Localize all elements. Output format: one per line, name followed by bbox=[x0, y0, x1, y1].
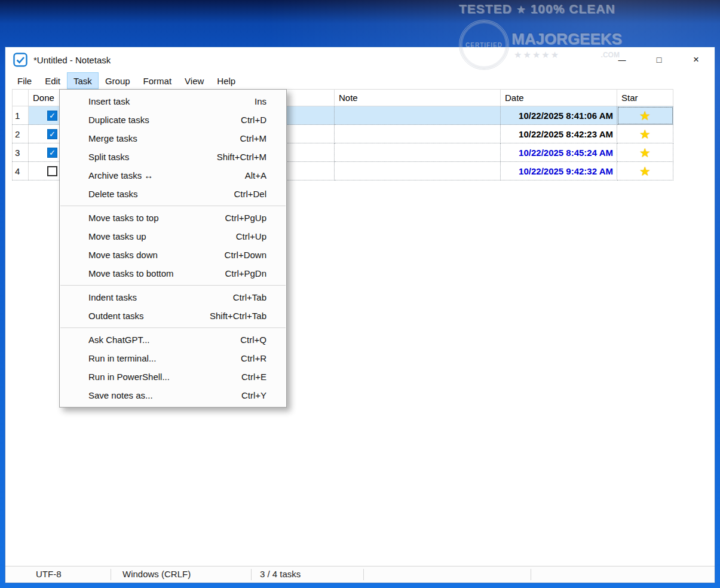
menu-item-delete-tasks[interactable]: Delete tasksCtrl+Del bbox=[60, 185, 286, 203]
menu-item-shortcut: Ctrl+Tab bbox=[233, 292, 266, 302]
row-number: 1 bbox=[12, 106, 29, 125]
maximize-button[interactable]: □ bbox=[641, 47, 678, 72]
menubar-item-help[interactable]: Help bbox=[210, 72, 242, 89]
check-icon: ✓ bbox=[49, 112, 56, 120]
checkbox-checked[interactable]: ✓ bbox=[47, 148, 57, 158]
note-cell[interactable] bbox=[335, 162, 501, 180]
note-cell[interactable] bbox=[335, 125, 501, 143]
star-cell[interactable]: ★ bbox=[617, 125, 673, 143]
menubar-item-file[interactable]: File bbox=[11, 72, 38, 89]
checkbox-unchecked[interactable] bbox=[47, 166, 57, 176]
menu-item-save-notes-as[interactable]: Save notes as...Ctrl+Y bbox=[60, 386, 286, 405]
menu-item-shortcut: Ctrl+Del bbox=[234, 189, 266, 199]
menu-item-shortcut: Ctrl+Y bbox=[241, 390, 266, 400]
menu-item-shortcut: Ctrl+Q bbox=[240, 335, 266, 345]
note-cell[interactable] bbox=[335, 143, 501, 162]
note-cell[interactable] bbox=[335, 106, 501, 125]
window-title: *Untitled - Notetask bbox=[33, 55, 111, 65]
menubar-item-format[interactable]: Format bbox=[137, 72, 179, 89]
watermark-tested-line: TESTED ★ 100% CLEAN bbox=[459, 2, 614, 16]
menu-item-outdent-tasks[interactable]: Outdent tasksShift+Ctrl+Tab bbox=[60, 307, 286, 325]
menu-item-shortcut: Alt+A bbox=[245, 170, 266, 180]
menu-separator bbox=[60, 206, 286, 206]
menu-item-label: Move tasks up bbox=[88, 231, 146, 241]
menu-item-shortcut: Ctrl+E bbox=[241, 372, 266, 382]
menubar-item-group[interactable]: Group bbox=[99, 72, 137, 89]
statusbar: UTF-8 Windows (CRLF) 3 / 4 tasks bbox=[5, 566, 715, 583]
menu-item-label: Run in PowerShell... bbox=[88, 372, 170, 382]
date-cell[interactable]: 10/22/2025 9:42:32 AM bbox=[501, 162, 617, 180]
menu-item-label: Move tasks to top bbox=[88, 213, 159, 223]
menu-item-move-tasks-to-top[interactable]: Move tasks to topCtrl+PgUp bbox=[60, 209, 286, 227]
row-number: 2 bbox=[12, 125, 29, 143]
menu-item-shortcut: Ctrl+R bbox=[241, 353, 266, 363]
menubar-item-edit[interactable]: Edit bbox=[38, 72, 67, 89]
notetask-window: *Untitled - Notetask — □ × File Edit Tas… bbox=[5, 47, 715, 583]
menu-separator bbox=[60, 327, 286, 328]
row-number: 4 bbox=[12, 162, 29, 180]
menu-item-move-tasks-up[interactable]: Move tasks upCtrl+Up bbox=[60, 227, 286, 246]
watermark-tested-text: TESTED bbox=[459, 2, 512, 16]
menu-item-label: Ask ChatGPT... bbox=[88, 335, 150, 345]
menu-item-indent-tasks[interactable]: Indent tasksCtrl+Tab bbox=[60, 288, 286, 307]
menu-item-duplicate-tasks[interactable]: Duplicate tasksCtrl+D bbox=[60, 111, 286, 129]
star-icon: ★ bbox=[639, 146, 651, 159]
menu-item-shortcut: Shift+Ctrl+M bbox=[217, 152, 266, 162]
star-cell[interactable]: ★ bbox=[617, 143, 673, 162]
menu-item-shortcut: Shift+Ctrl+Tab bbox=[210, 311, 266, 321]
menu-item-label: Indent tasks bbox=[88, 292, 137, 302]
status-encoding: UTF-8 bbox=[36, 566, 62, 582]
header-note[interactable]: Note bbox=[335, 89, 501, 106]
menubar: File Edit Task Group Format View Help bbox=[5, 72, 715, 89]
menu-item-run-in-powershell[interactable]: Run in PowerShell...Ctrl+E bbox=[60, 368, 286, 386]
app-icon bbox=[13, 53, 27, 67]
date-cell[interactable]: 10/22/2025 8:41:06 AM bbox=[501, 106, 617, 125]
watermark-brand: MAJORGEEKS bbox=[511, 30, 622, 48]
menu-item-label: Merge tasks bbox=[88, 133, 137, 143]
date-cell[interactable]: 10/22/2025 8:45:24 AM bbox=[501, 143, 617, 162]
star-icon: ★ bbox=[639, 109, 651, 122]
checkbox-checked[interactable]: ✓ bbox=[47, 111, 57, 121]
minimize-button[interactable]: — bbox=[603, 47, 641, 72]
menu-item-shortcut: Ctrl+PgUp bbox=[225, 213, 266, 223]
header-rownum bbox=[12, 89, 29, 106]
star-icon: ★ bbox=[639, 165, 651, 177]
menu-item-run-in-terminal[interactable]: Run in terminal...Ctrl+R bbox=[60, 349, 286, 368]
header-star[interactable]: Star bbox=[617, 89, 673, 106]
checkbox-checked[interactable]: ✓ bbox=[47, 129, 57, 139]
minimize-icon: — bbox=[618, 56, 626, 65]
menu-item-label: Move tasks down bbox=[88, 250, 158, 260]
menubar-item-task[interactable]: Task bbox=[67, 72, 99, 89]
menu-item-label: Run in terminal... bbox=[88, 353, 156, 363]
statusbar-divider bbox=[531, 569, 531, 580]
menu-item-merge-tasks[interactable]: Merge tasksCtrl+M bbox=[60, 129, 286, 148]
menu-item-shortcut: Ctrl+PgDn bbox=[225, 268, 266, 278]
menu-item-archive-tasks[interactable]: Archive tasks ↔Alt+A bbox=[60, 166, 286, 185]
row-number: 3 bbox=[12, 143, 29, 162]
menu-item-split-tasks[interactable]: Split tasksShift+Ctrl+M bbox=[60, 148, 286, 166]
star-cell[interactable]: ★ bbox=[617, 106, 673, 125]
menu-separator bbox=[60, 285, 286, 286]
star-cell[interactable]: ★ bbox=[617, 162, 673, 180]
status-line-ending: Windows (CRLF) bbox=[122, 566, 191, 582]
header-date[interactable]: Date bbox=[501, 89, 617, 106]
close-button[interactable]: × bbox=[678, 47, 715, 72]
menu-item-shortcut: Ctrl+Down bbox=[225, 250, 266, 260]
menu-item-shortcut: Ins bbox=[255, 96, 266, 106]
menu-item-insert-task[interactable]: Insert taskIns bbox=[60, 92, 286, 111]
titlebar: *Untitled - Notetask — □ × bbox=[5, 47, 715, 72]
menu-item-shortcut: Ctrl+D bbox=[241, 115, 266, 125]
menu-item-move-tasks-to-bottom[interactable]: Move tasks to bottomCtrl+PgDn bbox=[60, 264, 286, 283]
window-controls: — □ × bbox=[603, 47, 715, 72]
task-menu-popup: Insert taskIns Duplicate tasksCtrl+D Mer… bbox=[59, 89, 287, 408]
date-cell[interactable]: 10/22/2025 8:42:23 AM bbox=[501, 125, 617, 143]
menu-item-label: Delete tasks bbox=[88, 189, 138, 199]
maximize-icon: □ bbox=[657, 55, 661, 65]
menu-item-label: Archive tasks ↔ bbox=[88, 170, 153, 180]
desktop: *Untitled - Notetask — □ × File Edit Tas… bbox=[0, 0, 720, 588]
menubar-item-view[interactable]: View bbox=[178, 72, 210, 89]
menu-item-move-tasks-down[interactable]: Move tasks downCtrl+Down bbox=[60, 246, 286, 264]
watermark-clean-text: 100% CLEAN bbox=[531, 2, 615, 16]
menu-item-shortcut: Ctrl+Up bbox=[236, 231, 266, 241]
menu-item-ask-chatgpt[interactable]: Ask ChatGPT...Ctrl+Q bbox=[60, 330, 286, 349]
